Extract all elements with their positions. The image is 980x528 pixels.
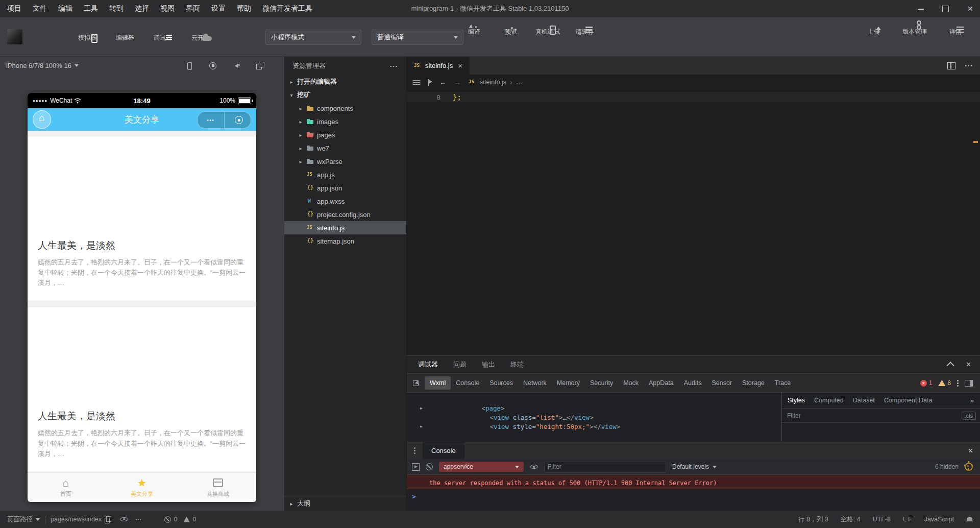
add-class-button[interactable]: .cls [962, 412, 976, 420]
code-editor[interactable]: 8 }; [407, 90, 980, 355]
more-actions-icon[interactable] [135, 516, 142, 523]
view-toggle-button[interactable]: 云开发 [186, 31, 215, 42]
toolbar-action-button[interactable]: 清缓存 [569, 25, 600, 36]
outline-list-icon[interactable] [413, 80, 420, 85]
close-tab-icon[interactable] [458, 61, 462, 70]
phone-tab[interactable]: 美文分享 [104, 473, 180, 502]
exit-circle-icon[interactable] [225, 112, 251, 128]
page-path-value[interactable]: pages/news/index [51, 516, 102, 523]
tree-item[interactable]: ▸ we7 [284, 141, 406, 155]
language-mode[interactable]: JavaScript [924, 516, 954, 523]
more-actions-icon[interactable] [390, 62, 398, 70]
more-actions-icon[interactable] [965, 61, 973, 70]
menu-item[interactable]: 微信开发者工具 [262, 4, 312, 13]
toolbar-action-button[interactable]: 编译 [458, 25, 490, 36]
breadcrumb[interactable]: siteinfo.js … [468, 78, 522, 86]
devtools-tab[interactable]: Sensor [706, 376, 737, 390]
toolbar-right-button[interactable]: 上传 [860, 25, 888, 36]
maximize-icon[interactable] [942, 6, 949, 12]
styles-tab[interactable]: Dataset [848, 397, 879, 404]
devtools-tab[interactable]: Wxml [425, 376, 451, 390]
article-card[interactable]: 人生最美，是淡然 嫣然的五月去了，艳烈的六月来了。日子，在一个又一个看似雷同的重… [28, 307, 256, 471]
devtools-tab[interactable]: Security [585, 376, 618, 390]
toolbar-action-button[interactable]: 预览 [495, 25, 527, 36]
menu-item[interactable]: 转到 [109, 4, 124, 13]
dock-side-icon[interactable] [965, 380, 973, 387]
tree-item[interactable]: ▸ pages [284, 128, 406, 141]
menu-item[interactable]: 选择 [135, 4, 149, 13]
tree-item[interactable]: ▸ images [284, 115, 406, 128]
navigate-back-icon[interactable] [439, 78, 447, 86]
styles-filter-input[interactable] [786, 412, 958, 420]
devtools-tab[interactable]: Network [518, 376, 552, 390]
minimize-icon[interactable] [918, 8, 924, 10]
problems-indicator[interactable]: 0 0 [164, 516, 197, 523]
phone-tab[interactable]: 兑换商城 [180, 473, 256, 502]
menu-item[interactable]: 工具 [84, 4, 98, 13]
devtools-tab[interactable]: Sources [484, 376, 518, 390]
tree-item[interactable]: sitemap.json [284, 234, 406, 248]
tree-item[interactable]: siteinfo.js [284, 221, 406, 234]
eol-setting[interactable]: L F [903, 516, 912, 523]
wxml-node[interactable]: <page> [407, 395, 781, 404]
encoding-setting[interactable]: UTF-8 [873, 516, 891, 523]
tree-item[interactable]: ▸ components [284, 102, 406, 115]
rotate-device-icon[interactable] [185, 62, 193, 70]
device-selector[interactable]: iPhone 6/7/8 100% 16 [6, 62, 79, 69]
panel-tab[interactable]: 输出 [482, 360, 495, 369]
menu-item[interactable]: 文件 [33, 4, 47, 13]
log-levels-dropdown[interactable]: Default levels [672, 463, 717, 470]
copy-path-icon[interactable] [105, 516, 111, 523]
wxml-node[interactable]: ▶<view class="list">…</view> [407, 404, 781, 413]
devtools-tab[interactable]: Audits [679, 376, 707, 390]
console-settings-icon[interactable] [965, 463, 973, 471]
devtools-tab[interactable]: Storage [737, 376, 770, 390]
toolbar-action-button[interactable]: 真机调试 [532, 25, 564, 36]
indentation-setting[interactable]: 空格: 4 [841, 515, 861, 524]
menu-item[interactable]: 视图 [160, 4, 175, 13]
close-icon[interactable] [967, 4, 973, 14]
error-count-badge[interactable]: 1 [920, 379, 933, 387]
compile-mode-dropdown[interactable]: 普通编译 [372, 30, 463, 45]
close-console-icon[interactable] [968, 446, 973, 455]
expand-panel-icon[interactable] [946, 362, 954, 370]
toolbar-right-button[interactable]: 详情 [941, 25, 970, 36]
tree-item[interactable]: ▸ 打开的编辑器 [284, 75, 406, 88]
resume-icon[interactable] [412, 463, 420, 471]
clear-console-icon[interactable] [426, 463, 433, 470]
page-path-selector[interactable]: 页面路径 [7, 515, 40, 524]
inspect-element-icon[interactable] [413, 379, 421, 387]
navigate-forward-icon[interactable] [454, 78, 461, 86]
devtools-tab[interactable]: AppData [644, 376, 679, 390]
styles-tab[interactable]: Computed [810, 397, 848, 404]
console-tab[interactable]: Console [423, 442, 464, 459]
mute-icon[interactable] [232, 62, 240, 70]
cursor-position[interactable]: 行 8，列 3 [798, 515, 828, 524]
tree-item[interactable]: app.json [284, 181, 406, 195]
execution-context-dropdown[interactable]: appservice [439, 462, 524, 472]
warning-count-badge[interactable]: 8 [938, 379, 951, 387]
popup-window-icon[interactable] [256, 62, 264, 70]
create-live-expression-icon[interactable] [530, 463, 538, 470]
bookmark-icon[interactable] [427, 79, 432, 86]
menu-item[interactable]: 帮助 [237, 4, 251, 13]
tree-item[interactable]: ▸ wxParse [284, 155, 406, 168]
phone-tab[interactable]: 首页 [28, 473, 104, 502]
editor-tab[interactable]: siteinfo.js [407, 57, 470, 75]
drag-handle-icon[interactable] [414, 447, 415, 449]
user-avatar[interactable] [7, 29, 22, 44]
close-panel-icon[interactable] [966, 360, 971, 369]
view-toggle-button[interactable]: 编辑器 [110, 31, 140, 42]
devtools-tab[interactable]: Memory [552, 376, 585, 390]
menu-item[interactable]: 编辑 [58, 4, 72, 13]
view-toggle-button[interactable]: 调试器 [148, 31, 178, 42]
panel-tab[interactable]: 终端 [510, 360, 524, 369]
tab-overflow-icon[interactable]: » [970, 397, 979, 404]
devtools-tab[interactable]: Mock [618, 376, 644, 390]
console-prompt[interactable] [407, 489, 980, 504]
styles-tab[interactable]: Component Data [879, 397, 937, 404]
outline-section[interactable]: ▸ 大纲 [284, 496, 406, 511]
tree-item[interactable]: project.config.json [284, 208, 406, 221]
view-toggle-button[interactable]: 模拟器 [72, 31, 102, 42]
notifications-bell-icon[interactable] [966, 516, 973, 523]
